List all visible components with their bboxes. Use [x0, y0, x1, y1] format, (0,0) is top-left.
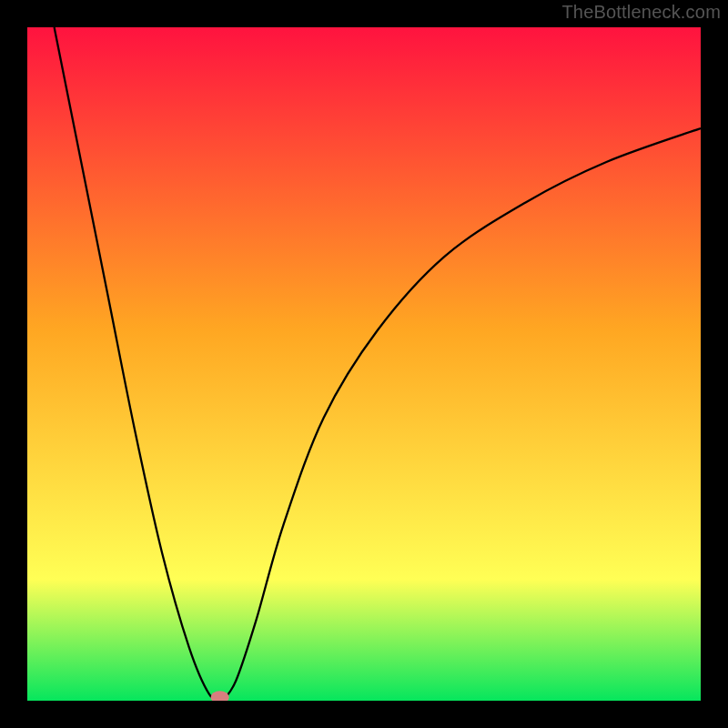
plot-area	[27, 27, 701, 701]
chart-svg	[27, 27, 701, 701]
chart-frame: TheBottleneck.com	[0, 0, 728, 728]
gradient-background	[27, 27, 701, 701]
watermark-text: TheBottleneck.com	[561, 2, 721, 23]
